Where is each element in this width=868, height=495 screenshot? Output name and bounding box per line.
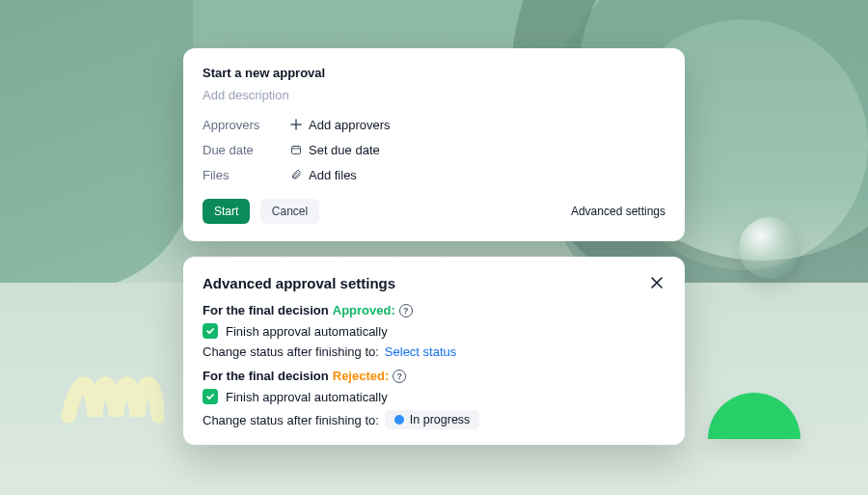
decision-approved-label: Approved: — [333, 303, 395, 317]
approved-section-label: For the final decision Approved: ? — [203, 303, 665, 317]
rejected-finish-label: Finish approval automatically — [226, 390, 388, 404]
help-icon[interactable]: ? — [393, 370, 406, 383]
check-icon — [205, 392, 215, 401]
rejected-change-status-label: Change status after finishing to: — [203, 413, 379, 427]
close-button[interactable] — [648, 274, 665, 291]
svg-rect-0 — [292, 147, 301, 154]
scene-wall — [0, 0, 193, 289]
files-label: Files — [203, 168, 289, 182]
advanced-settings-card: Advanced approval settings For the final… — [183, 257, 685, 445]
due-date-label: Due date — [203, 143, 289, 157]
files-row: Files Add files — [203, 162, 665, 187]
decision-rejected-label: Rejected: — [333, 369, 390, 383]
card-title: Start a new approval — [203, 66, 665, 80]
rejected-section-label: For the final decision Rejected: ? — [203, 369, 665, 383]
approved-status-select[interactable]: Select status — [385, 344, 456, 359]
settings-title: Advanced approval settings — [203, 275, 395, 291]
status-color-dot — [394, 415, 404, 425]
rejected-status-select[interactable]: In progress — [385, 410, 480, 429]
add-files-label: Add files — [309, 168, 357, 182]
section-prefix: For the final decision — [203, 303, 329, 317]
approved-finish-checkbox[interactable] — [203, 323, 218, 339]
close-icon — [650, 276, 664, 289]
add-approvers-label: Add approvers — [309, 118, 391, 132]
approved-finish-label: Finish approval automatically — [226, 324, 388, 339]
new-approval-card: Start a new approval Add description App… — [183, 48, 685, 241]
add-approvers-button[interactable]: Add approvers — [289, 118, 391, 132]
approvers-row: Approvers Add approvers — [203, 112, 665, 137]
approved-change-status-label: Change status after finishing to: — [203, 344, 379, 359]
scene-sphere — [739, 217, 800, 279]
rejected-finish-checkbox[interactable] — [203, 389, 218, 404]
calendar-icon — [289, 143, 303, 156]
start-button[interactable]: Start — [203, 199, 250, 224]
check-icon — [205, 326, 215, 336]
description-input[interactable]: Add description — [203, 88, 665, 102]
paperclip-icon — [289, 168, 303, 181]
rejected-status-value: In progress — [410, 413, 471, 426]
approvers-label: Approvers — [203, 118, 289, 132]
plus-icon — [289, 118, 303, 131]
set-due-date-button[interactable]: Set due date — [289, 143, 380, 157]
cancel-button[interactable]: Cancel — [260, 199, 319, 224]
section-prefix: For the final decision — [203, 369, 329, 383]
scene-spring — [58, 331, 164, 437]
advanced-settings-link[interactable]: Advanced settings — [571, 205, 665, 218]
due-date-row: Due date Set due date — [203, 137, 665, 162]
help-icon[interactable]: ? — [399, 304, 413, 317]
add-files-button[interactable]: Add files — [289, 168, 357, 182]
set-due-date-label: Set due date — [309, 143, 380, 157]
